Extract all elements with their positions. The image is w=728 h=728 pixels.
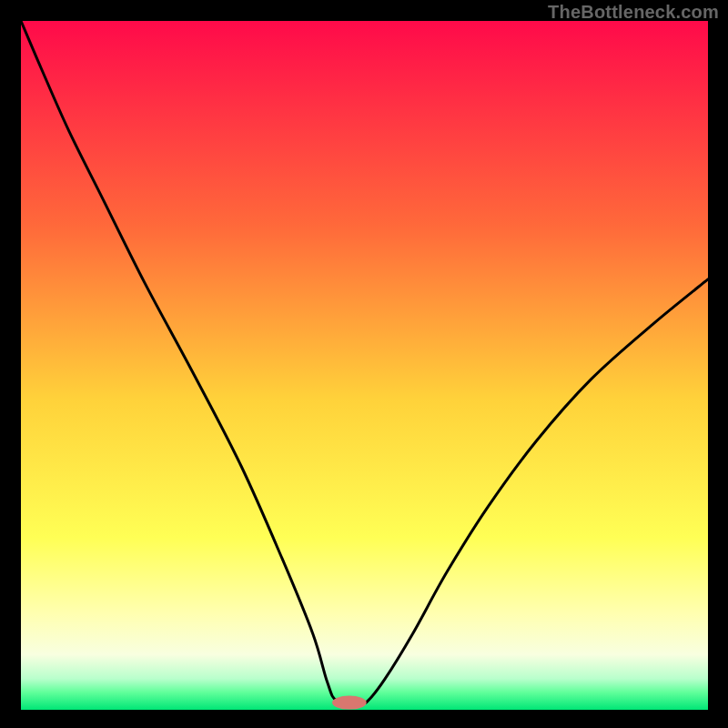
plot-area <box>21 21 708 710</box>
watermark-text: TheBottleneck.com <box>548 2 719 23</box>
optimal-marker <box>332 695 367 709</box>
chart-stage: TheBottleneck.com <box>0 0 728 728</box>
bottleneck-chart <box>21 21 708 710</box>
